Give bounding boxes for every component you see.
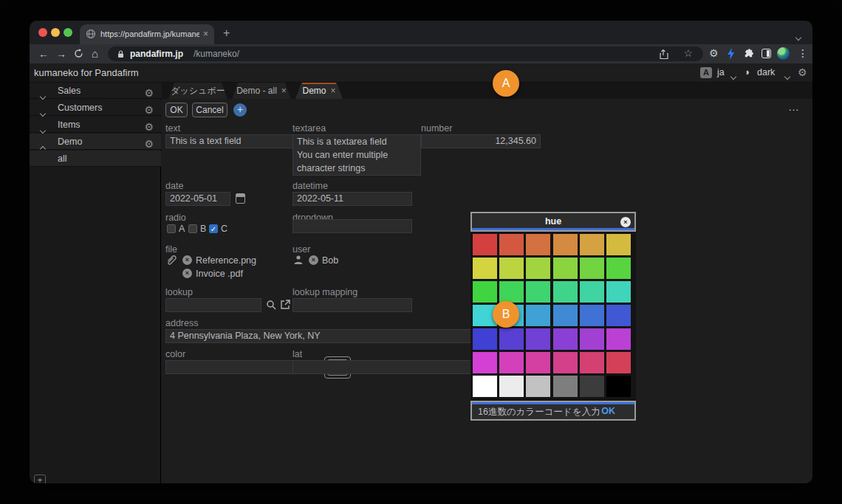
back-button[interactable]: ←	[38, 47, 49, 61]
color-swatch[interactable]	[580, 328, 604, 350]
color-swatch[interactable]	[473, 376, 497, 397]
color-swatch[interactable]	[606, 376, 631, 397]
color-swatch[interactable]	[606, 258, 631, 279]
radio-option-b[interactable]	[188, 224, 197, 233]
color-swatch[interactable]	[580, 281, 604, 303]
color-swatch[interactable]	[553, 305, 578, 326]
language-chevron-icon[interactable]	[731, 70, 736, 81]
color-swatch[interactable]	[499, 281, 524, 303]
color-picker-close-icon[interactable]: ×	[620, 217, 631, 227]
side-panel-icon[interactable]	[761, 49, 771, 58]
tab-close-icon[interactable]: ×	[203, 29, 208, 39]
view-tab-demo[interactable]: Demo×	[295, 83, 343, 99]
cancel-button[interactable]: Cancel	[192, 103, 227, 117]
radio-option-c[interactable]: ✓	[209, 224, 218, 233]
more-menu-dots[interactable]: …	[788, 100, 800, 113]
lookup-open-icon[interactable]	[281, 300, 290, 309]
view-tab-close-icon[interactable]: ×	[281, 86, 287, 96]
app-settings-gear-icon[interactable]: ⚙	[798, 66, 807, 78]
color-swatch[interactable]	[473, 328, 497, 350]
color-swatch[interactable]	[526, 234, 550, 255]
remove-file-icon[interactable]: ×	[182, 255, 192, 265]
browser-menu-dots-icon[interactable]: ⋮	[798, 48, 808, 58]
ok-button[interactable]: OK	[165, 103, 188, 117]
number-input[interactable]: 12,345.60	[421, 134, 541, 148]
color-swatch[interactable]	[606, 328, 631, 350]
bookmark-star-icon[interactable]: ☆	[683, 48, 693, 58]
color-swatch[interactable]	[499, 258, 524, 279]
extensions-puzzle-icon[interactable]	[743, 48, 754, 59]
tab-search-chevron-icon[interactable]	[796, 30, 801, 43]
color-swatch[interactable]	[526, 305, 550, 326]
view-tab-demo-all[interactable]: Demo - all×	[232, 83, 291, 99]
hex-ok-button[interactable]: OK	[601, 406, 615, 416]
sidebar-gear-icon[interactable]: ⚙	[144, 102, 154, 118]
color-swatch[interactable]	[580, 234, 604, 255]
radio-option-a[interactable]	[167, 224, 176, 233]
theme-value[interactable]: dark	[757, 67, 775, 77]
user-item[interactable]: Bob	[322, 255, 338, 266]
translate-icon[interactable]: A	[700, 67, 712, 78]
view-tab-close-icon[interactable]: ×	[331, 86, 336, 96]
color-swatch[interactable]	[499, 328, 524, 350]
hex-code-input[interactable]: 16進数のカラーコードを入力	[478, 406, 600, 418]
profile-avatar[interactable]	[777, 47, 790, 60]
sidebar-item-customers[interactable]: Customers ⚙	[30, 100, 161, 116]
forward-button[interactable]: →	[56, 47, 66, 61]
color-swatch[interactable]	[526, 281, 550, 303]
sidebar-add-button[interactable]: +	[34, 474, 46, 483]
new-tab-button[interactable]: +	[223, 27, 230, 39]
share-icon[interactable]	[659, 49, 668, 59]
color-swatch[interactable]	[473, 234, 497, 255]
color-swatch[interactable]	[606, 281, 631, 303]
color-picker-header[interactable]: hue ×	[470, 212, 636, 232]
color-swatch[interactable]	[553, 258, 578, 279]
extension-bolt-icon[interactable]	[727, 48, 735, 60]
date-input[interactable]: 2022-05-01	[165, 192, 230, 206]
traffic-minimize-button[interactable]	[51, 28, 60, 37]
lookup-input[interactable]	[165, 298, 261, 312]
lookup-search-icon[interactable]	[266, 300, 276, 310]
color-swatch[interactable]	[606, 352, 631, 373]
color-swatch[interactable]	[473, 258, 497, 279]
extension-gear-icon[interactable]: ⚙	[709, 48, 719, 58]
color-swatch[interactable]	[606, 234, 631, 255]
textarea-input[interactable]: This is a textarea field You can enter m…	[292, 134, 421, 176]
lookup-mapping-input[interactable]	[292, 298, 412, 312]
color-swatch[interactable]	[553, 328, 578, 350]
color-swatch[interactable]	[580, 258, 604, 279]
color-swatch[interactable]	[499, 234, 524, 255]
sidebar-item-sales[interactable]: Sales ⚙	[30, 83, 161, 99]
home-button[interactable]: ⌂	[92, 47, 98, 61]
color-swatch[interactable]	[526, 352, 550, 373]
traffic-zoom-button[interactable]	[64, 28, 72, 37]
color-swatch[interactable]	[553, 376, 578, 397]
sidebar-gear-icon[interactable]: ⚙	[144, 136, 154, 152]
sidebar-gear-icon[interactable]: ⚙	[144, 85, 154, 101]
sidebar-item-demo-all[interactable]: all	[30, 151, 161, 167]
remove-user-icon[interactable]: ×	[309, 255, 318, 265]
color-swatch[interactable]	[553, 281, 578, 303]
dropdown-input[interactable]	[292, 219, 412, 233]
color-swatch[interactable]	[473, 352, 497, 373]
color-swatch[interactable]	[606, 305, 631, 326]
file-item[interactable]: Invoice .pdf	[196, 269, 243, 279]
color-swatch[interactable]	[580, 352, 604, 373]
address-bar[interactable]: pandafirm.jp /kumaneko/ ☆	[108, 46, 703, 61]
color-swatch[interactable]	[553, 234, 578, 255]
color-swatch[interactable]	[553, 352, 578, 373]
address-input[interactable]: 4 Pennsylvania Plaza, New York, NY	[165, 329, 508, 343]
add-record-button[interactable]: +	[233, 103, 247, 117]
theme-chevron-icon[interactable]	[785, 70, 790, 81]
traffic-close-button[interactable]	[38, 28, 47, 37]
reload-button[interactable]	[74, 49, 83, 58]
sidebar-item-demo[interactable]: Demo ⚙	[30, 134, 161, 150]
color-swatch[interactable]	[580, 305, 604, 326]
sidebar-gear-icon[interactable]: ⚙	[144, 119, 154, 135]
color-swatch[interactable]	[526, 258, 550, 279]
color-swatch[interactable]	[499, 352, 524, 373]
color-swatch[interactable]	[499, 376, 524, 397]
color-swatch[interactable]	[580, 376, 604, 397]
datetime-input[interactable]: 2022-05-11	[292, 192, 412, 206]
browser-tab[interactable]: https://pandafirm.jp/kumaneko ×	[80, 24, 214, 44]
